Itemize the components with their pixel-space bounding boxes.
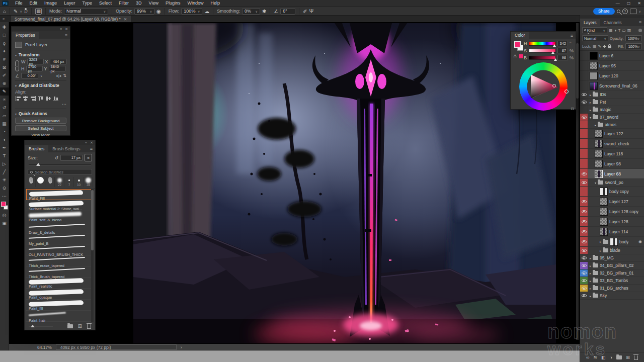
disclosure-triangle[interactable]: ▸ xyxy=(600,240,601,243)
layer-opacity-select[interactable]: 100%∨ xyxy=(625,35,642,41)
visibility-cell[interactable] xyxy=(580,61,588,70)
visibility-cell[interactable] xyxy=(580,285,588,292)
flow-select[interactable]: 100%∨ xyxy=(181,8,202,15)
layer-row[interactable]: Layer 95 xyxy=(580,61,644,71)
flip-horizontal-icon[interactable]: ▸|◂ xyxy=(56,74,61,78)
menu-help[interactable]: Help xyxy=(207,0,224,7)
recent-brush[interactable]: 35 xyxy=(84,177,93,187)
brush-item[interactable]: OLI_PAINTING_BRUSH_THICK xyxy=(26,244,94,255)
pressure-opacity-icon[interactable]: ◉ xyxy=(156,9,161,14)
hue-field[interactable]: 342 xyxy=(557,41,568,46)
new-group-icon[interactable] xyxy=(616,355,622,359)
artwork-canvas[interactable] xyxy=(133,23,556,343)
disclosure-triangle[interactable]: ▸ xyxy=(590,279,591,283)
filter-adjustment-icon[interactable]: ◑ xyxy=(614,28,617,33)
layer-row[interactable]: Layer 120 xyxy=(580,71,644,81)
disclosure-triangle[interactable]: ▸ xyxy=(590,256,591,260)
delete-brush-icon[interactable] xyxy=(87,324,91,329)
workspace-icon[interactable] xyxy=(630,9,637,14)
tab-color[interactable]: Color xyxy=(511,32,529,39)
collapse-icon[interactable]: « xyxy=(60,27,62,31)
layer-row[interactable]: sword_check xyxy=(580,139,644,149)
layer-group-row[interactable]: ▸IDs xyxy=(580,91,644,99)
height-field[interactable]: 1750 px xyxy=(26,66,43,71)
hue-slider[interactable] xyxy=(529,42,556,46)
tab-close-icon[interactable]: ✕ xyxy=(124,17,127,22)
clone-stamp-tool[interactable]: ⍟ xyxy=(0,96,9,104)
gamut-swatch[interactable] xyxy=(519,54,523,58)
align-top-icon[interactable] xyxy=(38,96,44,102)
visibility-cell[interactable] xyxy=(580,217,588,226)
visibility-cell[interactable] xyxy=(580,269,588,277)
gamut-warning-icon[interactable]: ⚠ xyxy=(513,54,517,58)
brightness-field[interactable]: 98 xyxy=(557,55,568,60)
panel-close-icon[interactable]: ✕ xyxy=(65,27,68,31)
scrollbar-thumb[interactable] xyxy=(576,43,579,99)
brush-tool[interactable]: ✎ xyxy=(0,87,9,96)
history-brush-tool[interactable]: ↺ xyxy=(0,104,9,112)
disclosure-triangle[interactable]: ▾ xyxy=(590,116,591,119)
path-select-tool[interactable]: ▷ xyxy=(0,160,9,168)
visibility-cell[interactable] xyxy=(580,207,588,216)
align-more-icon[interactable]: ⋯ xyxy=(15,102,66,107)
quick-mask-icon[interactable]: ◎ xyxy=(0,211,9,219)
gradient-tool[interactable]: ▦ xyxy=(0,120,9,128)
panel-menu-icon[interactable]: ≡ xyxy=(65,33,67,38)
home-icon[interactable]: ⌂ xyxy=(3,9,6,14)
blend-mode-select[interactable]: Normal∨ xyxy=(64,8,108,15)
pen-tool[interactable]: ✒ xyxy=(0,144,9,152)
chevron-down-icon[interactable]: ∨ xyxy=(639,10,641,13)
maximize-icon[interactable]: ▢ xyxy=(627,1,631,6)
disclosure-triangle[interactable]: ▸ xyxy=(590,264,591,267)
brush-item[interactable]: Paint_fill xyxy=(26,300,94,311)
lock-position-icon[interactable]: ✚ xyxy=(603,44,606,49)
tab-brush-settings[interactable]: Brush Settings xyxy=(48,145,84,152)
visibility-cell[interactable] xyxy=(580,179,588,186)
visibility-cell[interactable] xyxy=(580,227,588,236)
filter-smart-icon[interactable]: ▥ xyxy=(627,28,631,33)
brush-item[interactable]: Paint_opaque xyxy=(26,289,94,300)
disclosure-triangle[interactable]: ▸ xyxy=(590,272,591,275)
opacity-select[interactable]: 99%∨ xyxy=(134,8,154,15)
menu-view[interactable]: View xyxy=(145,0,162,7)
disclosure-triangle[interactable]: ▸ xyxy=(595,123,596,127)
quick-select-tool[interactable]: ✦ xyxy=(0,47,9,55)
disclosure-triangle[interactable]: ▾ xyxy=(595,181,596,185)
layer-group-row[interactable]: ▸01_BG_arches xyxy=(580,285,644,292)
tab-properties[interactable]: Properties xyxy=(12,32,39,39)
disclosure-triangle[interactable]: ▸ xyxy=(590,287,591,290)
layer-group-row[interactable]: ▸body◉ xyxy=(580,237,644,247)
share-button[interactable]: Share xyxy=(593,8,615,15)
new-group-icon[interactable] xyxy=(67,324,73,328)
layer-mask-icon[interactable]: ◧ xyxy=(601,355,606,360)
layer-row[interactable]: Layer 122 xyxy=(580,129,644,139)
link-dimensions-icon[interactable] xyxy=(15,60,19,71)
visibility-cell[interactable] xyxy=(580,91,588,98)
saturation-slider[interactable] xyxy=(529,49,556,53)
layer-group-row[interactable]: ▸atmos xyxy=(580,121,644,129)
brush-item[interactable]: Paint_Fill xyxy=(26,189,94,200)
stroke-preview-toggle-icon[interactable]: ≈ xyxy=(85,154,92,161)
visibility-cell[interactable] xyxy=(580,159,588,168)
brush-size-slider[interactable] xyxy=(29,162,91,167)
layer-group-row[interactable]: ▾07_sword xyxy=(580,114,644,121)
foreground-color-swatch[interactable] xyxy=(1,202,6,207)
dodge-tool[interactable]: ◖ xyxy=(0,136,9,144)
panel-menu-icon[interactable]: ≡ xyxy=(90,146,93,151)
eraser-tool[interactable]: ▱ xyxy=(0,112,9,120)
minimize-icon[interactable]: — xyxy=(616,1,620,6)
tab-layers[interactable]: Layers xyxy=(580,19,600,26)
recent-brush[interactable] xyxy=(36,177,45,187)
layer-group-row[interactable]: ▸magic xyxy=(580,106,644,114)
layer-row[interactable]: Layer 98 xyxy=(580,159,644,169)
menu-plugins[interactable]: Plugins xyxy=(162,0,184,7)
disclosure-triangle[interactable]: ▸ xyxy=(590,294,591,298)
visibility-cell[interactable] xyxy=(580,51,588,60)
align-left-icon[interactable] xyxy=(15,96,21,102)
recent-brush[interactable] xyxy=(46,177,55,187)
panel-menu-icon[interactable]: ≡ xyxy=(571,33,573,38)
visibility-cell[interactable] xyxy=(580,149,588,158)
toolbar-collapse-icon[interactable]: » xyxy=(3,17,5,21)
filter-pixel-icon[interactable]: ▦ xyxy=(609,28,613,33)
link-layers-icon[interactable]: ∞ xyxy=(586,355,589,360)
